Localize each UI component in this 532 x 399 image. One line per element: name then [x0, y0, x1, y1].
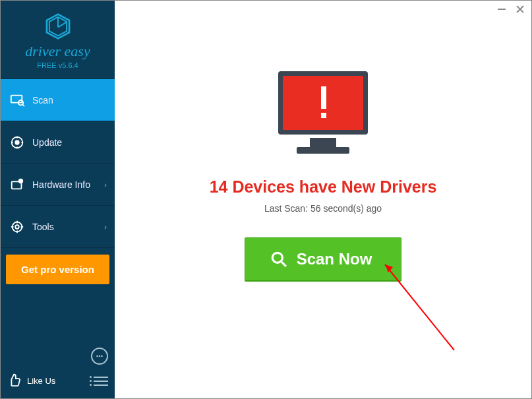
- window-controls: [497, 5, 525, 16]
- sidebar-footer: Like Us: [1, 341, 115, 398]
- main-area: 14 Devices have New Drivers Last Scan: 5…: [115, 1, 531, 398]
- app-logo-icon: [44, 13, 72, 40]
- sidebar-item-hardware-info[interactable]: i Hardware Info ›: [1, 164, 115, 206]
- last-scan-text: Last Scan: 56 second(s) ago: [264, 203, 382, 214]
- annotation-arrow-icon: [378, 258, 464, 357]
- alert-monitor-icon: [274, 67, 372, 162]
- scan-content: 14 Devices have New Drivers Last Scan: 5…: [115, 1, 531, 281]
- sidebar-item-scan[interactable]: Scan: [1, 79, 115, 121]
- thumbs-up-icon: [7, 373, 22, 389]
- scan-now-label: Scan Now: [297, 250, 372, 268]
- svg-point-22: [99, 355, 100, 356]
- app-window: driver easy FREE v5.6.4 Scan Update i H: [0, 0, 532, 399]
- svg-marker-36: [385, 264, 393, 272]
- feedback-icon[interactable]: [91, 348, 108, 365]
- svg-point-23: [102, 355, 102, 356]
- sidebar-item-label: Hardware Info: [32, 179, 90, 190]
- svg-rect-32: [321, 113, 326, 118]
- logo-area: driver easy FREE v5.6.4: [1, 1, 115, 79]
- sidebar-item-label: Tools: [32, 222, 54, 232]
- minimize-button[interactable]: [497, 5, 506, 16]
- like-us-button[interactable]: Like Us: [7, 373, 55, 389]
- get-pro-button[interactable]: Get pro version: [6, 255, 109, 284]
- svg-point-33: [272, 253, 282, 262]
- sidebar-item-update[interactable]: Update: [1, 121, 115, 164]
- sidebar-item-tools[interactable]: Tools ›: [1, 206, 115, 248]
- svg-point-15: [13, 222, 22, 231]
- scan-icon: [10, 93, 24, 107]
- update-icon: [10, 135, 24, 150]
- svg-line-35: [385, 264, 454, 350]
- sidebar-item-label: Update: [32, 137, 62, 148]
- svg-point-21: [97, 355, 98, 356]
- tools-icon: [10, 220, 24, 234]
- menu-list-icon[interactable]: [94, 377, 108, 386]
- sidebar-nav: Scan Update i Hardware Info › Tools: [1, 79, 115, 248]
- version-label: FREE v5.6.4: [37, 61, 78, 69]
- close-button[interactable]: [516, 5, 525, 16]
- scan-headline: 14 Devices have New Drivers: [210, 177, 437, 197]
- hardware-info-icon: i: [10, 177, 24, 192]
- svg-line-5: [22, 104, 24, 106]
- svg-rect-29: [310, 138, 336, 147]
- svg-line-34: [281, 262, 286, 266]
- svg-point-16: [15, 225, 19, 229]
- brand-name: driver easy: [25, 43, 90, 60]
- sidebar: driver easy FREE v5.6.4 Scan Update i H: [1, 1, 115, 398]
- svg-line-2: [58, 22, 67, 27]
- svg-rect-30: [297, 147, 349, 154]
- svg-rect-31: [321, 86, 326, 109]
- sidebar-item-label: Scan: [32, 95, 53, 106]
- like-us-label: Like Us: [27, 376, 55, 386]
- magnifier-icon: [270, 251, 287, 268]
- svg-point-7: [15, 140, 19, 144]
- chevron-right-icon: ›: [104, 223, 107, 231]
- get-pro-label: Get pro version: [21, 264, 94, 275]
- svg-text:i: i: [20, 179, 22, 183]
- svg-rect-3: [11, 95, 22, 102]
- chevron-right-icon: ›: [104, 181, 107, 189]
